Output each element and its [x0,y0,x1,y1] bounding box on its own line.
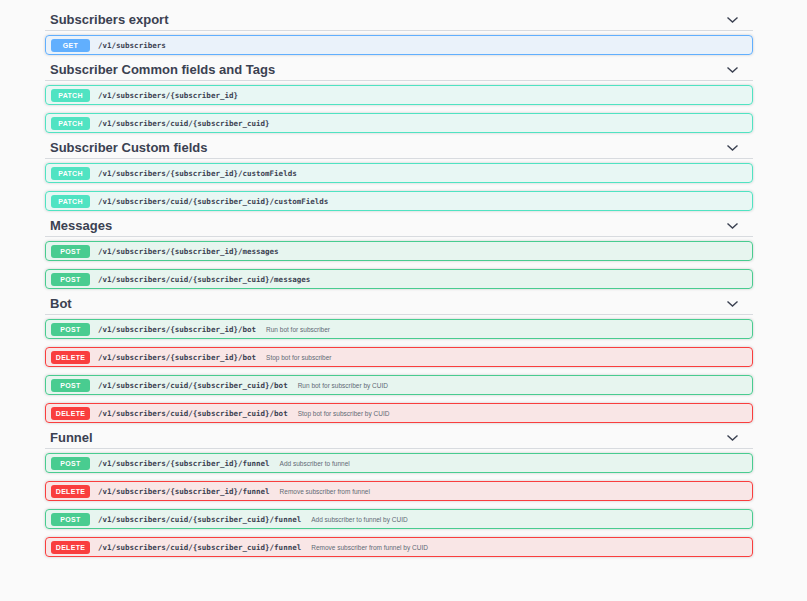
endpoint-row[interactable]: POST /v1/subscribers/{subscriber_id}/mes… [45,241,753,261]
endpoint-summary: Remove subscriber from funnel [280,488,370,495]
tag-section-header[interactable]: Subscriber Common fields and Tags [45,63,753,81]
endpoint-row[interactable]: PATCH /v1/subscribers/{subscriber_id}/cu… [45,163,753,183]
method-badge: PATCH [51,195,90,208]
endpoint-row[interactable]: POST /v1/subscribers/cuid/{subscriber_cu… [45,375,753,395]
endpoint-summary: Run bot for subscriber by CUID [298,382,388,389]
endpoint-row[interactable]: PATCH /v1/subscribers/cuid/{subscriber_c… [45,113,753,133]
endpoint-path: /v1/subscribers/{subscriber_id}/funnel [98,459,270,468]
tag-section-header[interactable]: Funnel [45,431,753,449]
chevron-down-icon[interactable] [726,300,739,308]
chevron-down-icon[interactable] [726,144,739,152]
endpoint-path: /v1/subscribers/{subscriber_id}/messages [98,247,279,256]
endpoint-path: /v1/subscribers/cuid/{subscriber_cuid} [98,119,270,128]
method-badge: POST [51,513,90,526]
method-badge: DELETE [51,351,90,364]
tag-section-header[interactable]: Bot [45,297,753,315]
method-badge: POST [51,457,90,470]
method-badge: DELETE [51,541,90,554]
chevron-down-icon[interactable] [726,434,739,442]
endpoint-row[interactable]: POST /v1/subscribers/{subscriber_id}/bot… [45,319,753,339]
endpoint-path: /v1/subscribers/{subscriber_id} [98,91,238,100]
endpoint-path: /v1/subscribers/cuid/{subscriber_cuid}/f… [98,515,301,524]
endpoint-path: /v1/subscribers/cuid/{subscriber_cuid}/c… [98,197,328,206]
tag-section-subscribers-export: Subscribers export GET /v1/subscribers [45,13,753,55]
tag-title: Subscribers export [45,13,169,26]
tag-title: Messages [45,219,112,232]
chevron-down-icon[interactable] [726,16,739,24]
tag-section-header[interactable]: Messages [45,219,753,237]
tag-section-header[interactable]: Subscribers export [45,13,753,31]
tag-title: Bot [45,297,72,310]
endpoint-path: /v1/subscribers/{subscriber_id}/bot [98,353,256,362]
endpoint-row[interactable]: DELETE /v1/subscribers/cuid/{subscriber_… [45,403,753,423]
endpoint-row[interactable]: DELETE /v1/subscribers/cuid/{subscriber_… [45,537,753,557]
endpoint-path: /v1/subscribers/{subscriber_id}/customFi… [98,169,297,178]
api-docs: Subscribers export GET /v1/subscribers S… [45,13,753,557]
endpoint-path: /v1/subscribers/{subscriber_id}/bot [98,325,256,334]
tag-section-common-fields-tags: Subscriber Common fields and Tags PATCH … [45,63,753,133]
endpoint-row[interactable]: DELETE /v1/subscribers/{subscriber_id}/b… [45,347,753,367]
method-badge: PATCH [51,167,90,180]
method-badge: POST [51,245,90,258]
endpoint-summary: Add subscriber to funnel by CUID [311,516,407,523]
endpoint-row[interactable]: GET /v1/subscribers [45,35,753,55]
endpoint-path: /v1/subscribers/cuid/{subscriber_cuid}/b… [98,381,288,390]
chevron-down-icon[interactable] [726,222,739,230]
endpoint-row[interactable]: POST /v1/subscribers/cuid/{subscriber_cu… [45,269,753,289]
endpoint-summary: Remove subscriber from funnel by CUID [311,544,428,551]
endpoint-path: /v1/subscribers [98,41,166,50]
tag-title: Subscriber Custom fields [45,141,207,154]
tag-section-funnel: Funnel POST /v1/subscribers/{subscriber_… [45,431,753,557]
endpoint-row[interactable]: PATCH /v1/subscribers/cuid/{subscriber_c… [45,191,753,211]
endpoint-path: /v1/subscribers/cuid/{subscriber_cuid}/m… [98,275,310,284]
endpoint-summary: Add subscriber to funnel [280,460,350,467]
endpoint-summary: Stop bot for subscriber by CUID [298,410,390,417]
endpoint-summary: Stop bot for subscriber [266,354,331,361]
endpoint-path: /v1/subscribers/cuid/{subscriber_cuid}/f… [98,543,301,552]
endpoint-row[interactable]: POST /v1/subscribers/{subscriber_id}/fun… [45,453,753,473]
tag-section-header[interactable]: Subscriber Custom fields [45,141,753,159]
endpoint-row[interactable]: PATCH /v1/subscribers/{subscriber_id} [45,85,753,105]
endpoint-row[interactable]: POST /v1/subscribers/cuid/{subscriber_cu… [45,509,753,529]
method-badge: DELETE [51,407,90,420]
method-badge: DELETE [51,485,90,498]
endpoint-path: /v1/subscribers/{subscriber_id}/funnel [98,487,270,496]
method-badge: GET [51,39,90,52]
method-badge: PATCH [51,117,90,130]
endpoint-summary: Run bot for subscriber [266,326,330,333]
tag-title: Subscriber Common fields and Tags [45,63,275,76]
method-badge: POST [51,379,90,392]
tag-title: Funnel [45,431,93,444]
method-badge: POST [51,273,90,286]
chevron-down-icon[interactable] [726,66,739,74]
tag-section-custom-fields: Subscriber Custom fields PATCH /v1/subsc… [45,141,753,211]
method-badge: POST [51,323,90,336]
tag-section-messages: Messages POST /v1/subscribers/{subscribe… [45,219,753,289]
method-badge: PATCH [51,89,90,102]
tag-section-bot: Bot POST /v1/subscribers/{subscriber_id}… [45,297,753,423]
endpoint-row[interactable]: DELETE /v1/subscribers/{subscriber_id}/f… [45,481,753,501]
endpoint-path: /v1/subscribers/cuid/{subscriber_cuid}/b… [98,409,288,418]
